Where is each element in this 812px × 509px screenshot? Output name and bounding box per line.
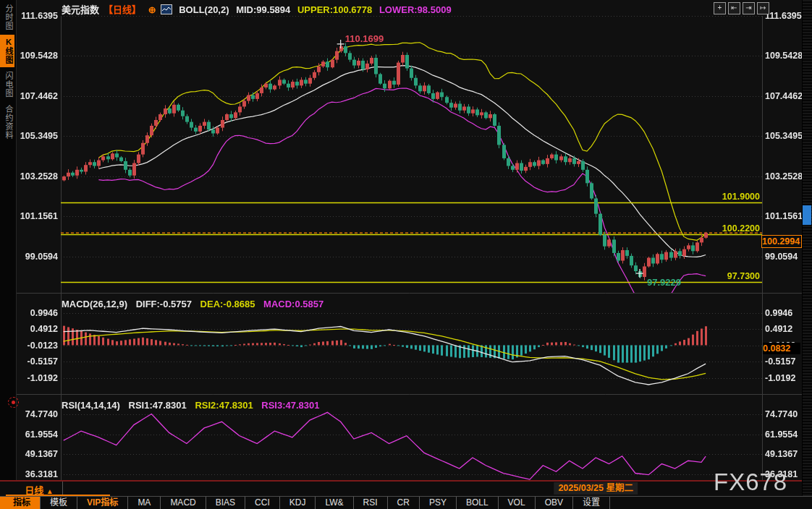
rsi-axis-label-right: 74.7740 [765, 409, 801, 420]
main-axis-label-right: 99.0594 [765, 251, 801, 262]
toolbar-tab-设置[interactable]: 设置 [573, 497, 610, 509]
macd-title[interactable]: MACD(26,12,9) [62, 299, 127, 309]
hline-price-label: 100.2200 [651, 223, 760, 234]
toolbar-tab-LW&[interactable]: LW& [316, 497, 353, 509]
rsi-title[interactable]: RSI(14,14,14) [62, 400, 120, 411]
main-axis-label-right: 103.2528 [765, 171, 801, 182]
peak-price-annotation: 110.1699 [345, 33, 384, 44]
chart-header: 美元指数【日线】 ⊕ BOLL(20,2) MID:99.5894 UPPER:… [62, 2, 456, 16]
macd-dea-value: DEA:-0.8685 [200, 299, 255, 309]
boll-mid-value: MID:99.5894 [236, 4, 290, 15]
toolbar-tab-BIAS[interactable]: BIAS [206, 497, 245, 509]
chart-thumbnail-icon[interactable] [161, 4, 172, 14]
boll-upper-value: UPPER:100.6778 [297, 4, 372, 15]
rsi-axis-label-left: 61.9554 [17, 429, 58, 440]
macd-axis-label-right: 0.4912 [765, 323, 801, 335]
left-sidebar: 分时图K线图闪电图合约资料 [0, 0, 17, 509]
macd-axis-badge: 0.0832 [763, 343, 800, 354]
timeline-bar [0, 480, 812, 497]
macd-axis-label-left: 0.9946 [17, 307, 58, 319]
macd-axis-label-left: -0.0123 [17, 340, 58, 351]
indicator-toolbar: 指标模板VIP指标MAMACDBIASCCIKDJLW&RSICRPSYBOLL… [0, 496, 812, 509]
sidebar-tab-2[interactable]: 闪电图 [0, 69, 14, 100]
toolbar-tab-MACD[interactable]: MACD [161, 497, 206, 509]
rsi-axis-label-left: 49.1367 [17, 448, 58, 460]
pan-icon[interactable]: + [714, 2, 726, 14]
boll-label: BOLL(20,2) [179, 4, 229, 15]
divider [62, 482, 63, 495]
rsi2-value: RSI2:47.8301 [195, 400, 253, 411]
toolbar-tab-指标[interactable]: 指标 [4, 497, 41, 509]
macd-diff-value: DIFF:-0.5757 [136, 299, 192, 309]
trading-app-window: 分时图K线图闪电图合约资料 美元指数【日线】 ⊕ BOLL(20,2) MID:… [0, 0, 812, 509]
macd-title-bar: MACD(26,12,9) DIFF:-0.5757 DEA:-0.8685 M… [62, 299, 329, 309]
current-price-badge: 100.2994 [761, 235, 802, 248]
macd-axis-label-right: 0.9946 [765, 307, 801, 319]
sidebar-tab-3[interactable]: 合约资料 [0, 102, 14, 142]
rsi-axis-label-right: 61.9554 [765, 429, 801, 440]
rsi-axis-label-right: 49.1367 [765, 448, 801, 460]
symbol-name: 美元指数 [62, 4, 99, 15]
low-price-annotation: 97.9229 [647, 277, 681, 288]
main-axis-label-left: 109.5428 [17, 50, 58, 61]
plus-circle-icon[interactable]: ⊕ [148, 4, 156, 15]
window-controls: +⇤⇥↦ [714, 2, 769, 14]
main-axis-label-left: 111.6395 [17, 10, 58, 22]
toolbar-tab-BOLL[interactable]: BOLL [457, 497, 499, 509]
scrollbar-thumb[interactable] [803, 205, 811, 225]
main-axis-label-left: 101.1561 [17, 210, 58, 222]
fx678-watermark: FX678 [714, 469, 787, 496]
rsi1-value: RSI1:47.8301 [129, 400, 187, 411]
macd-axis-label-left: -0.5157 [17, 356, 58, 367]
macd-axis-label-right: -0.5157 [765, 356, 801, 367]
rsi-axis-label-left: 36.3181 [17, 469, 58, 480]
hline-price-label: 101.9000 [651, 192, 760, 202]
macd-axis-label-left: 0.4912 [17, 323, 58, 335]
toolbar-tab-RSI[interactable]: RSI [354, 497, 388, 509]
toolbar-tab-KDJ[interactable]: KDJ [280, 497, 316, 509]
main-axis-label-left: 103.2528 [17, 171, 58, 182]
axis-left-icon[interactable]: ⇤ [728, 2, 740, 14]
toolbar-tab-CR[interactable]: CR [388, 497, 420, 509]
macd-macd-value: MACD:0.5857 [263, 299, 323, 309]
toolbar-tab-VOL[interactable]: VOL [499, 497, 536, 509]
toolbar-tab-PSY[interactable]: PSY [420, 497, 457, 509]
macd-axis-label-right: -1.0192 [765, 372, 801, 384]
main-axis-label-right: 105.3495 [765, 130, 801, 142]
macd-axis-label-left: -1.0192 [17, 372, 58, 384]
main-axis-label-left: 99.0594 [17, 251, 58, 262]
right-scrollbar[interactable] [802, 0, 812, 509]
sidebar-tab-0[interactable]: 分时图 [0, 1, 14, 33]
rsi3-value: RSI3:47.8301 [261, 400, 319, 411]
chart-canvas[interactable] [0, 0, 812, 509]
main-axis-label-right: 101.1561 [765, 210, 801, 222]
toolbar-tab-MA[interactable]: MA [128, 497, 161, 509]
hot-indicator-icon[interactable] [8, 397, 19, 408]
crosshair-date-badge: 2025/03/25 星期二 [554, 482, 638, 495]
rsi-axis-label-left: 74.7740 [17, 409, 58, 420]
sidebar-tab-1[interactable]: K线图 [0, 35, 14, 67]
main-axis-label-right: 107.4462 [765, 90, 801, 102]
axis-right-icon[interactable]: ⇥ [743, 2, 755, 14]
boll-lower-value: LOWER:98.5009 [379, 4, 452, 15]
main-axis-label-right: 111.6395 [765, 10, 801, 22]
toolbar-tab-模板[interactable]: 模板 [41, 497, 77, 509]
toolbar-tab-CCI[interactable]: CCI [245, 497, 280, 509]
toolbar-tab-OBV[interactable]: OBV [536, 497, 573, 509]
detach-icon[interactable]: ↦ [757, 2, 769, 14]
toolbar-tab-VIP指标[interactable]: VIP指标 [77, 497, 128, 509]
rsi-title-bar: RSI(14,14,14) RSI1:47.8301 RSI2:47.8301 … [62, 400, 326, 411]
main-axis-label-right: 109.5428 [765, 50, 801, 61]
main-axis-label-left: 105.3495 [17, 130, 58, 142]
period-tag[interactable]: 【日线】 [103, 4, 141, 15]
period-selector[interactable]: 日线 ▲ [17, 483, 62, 495]
main-axis-label-left: 107.4462 [17, 90, 58, 102]
